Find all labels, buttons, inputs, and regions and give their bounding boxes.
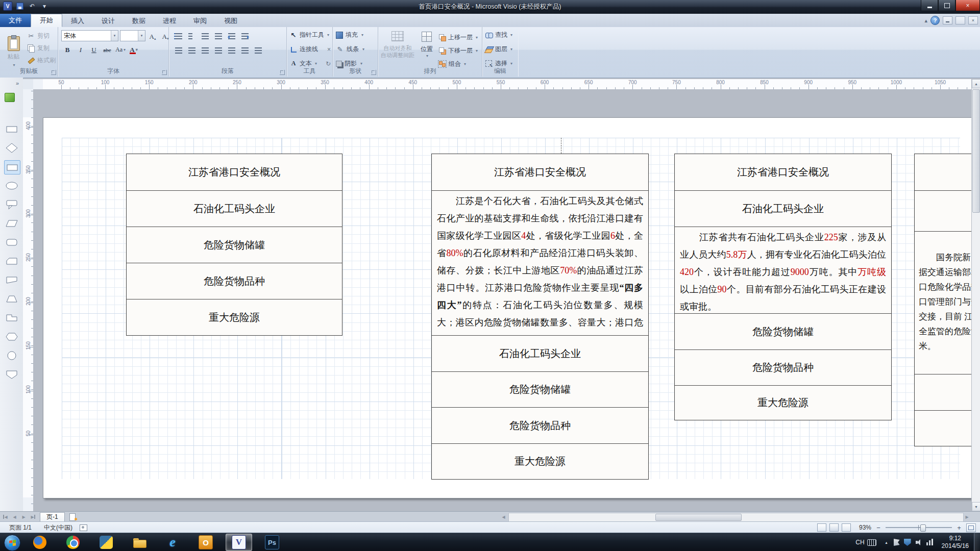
connector-tool-button[interactable]: 连接线 × xyxy=(289,45,331,54)
font-family-dropdown-arrow[interactable]: ▾ xyxy=(111,31,118,41)
shape-cell[interactable]: 江苏省港口安全概况 xyxy=(127,154,342,190)
align-right-icon[interactable] xyxy=(200,45,211,56)
stencil-shape-shield[interactable] xyxy=(4,368,19,381)
rotate-tool-button[interactable]: ↻ xyxy=(326,60,331,67)
keyboard-icon[interactable] xyxy=(867,539,876,546)
text-block[interactable]: 江苏是个石化大省，石油化工码头及其仓储式石化产业的基础支撑和生命线，依托沿江港口… xyxy=(432,190,648,335)
send-backward-button[interactable]: 下移一层▾ xyxy=(438,44,478,57)
last-page-button[interactable]: ▶ xyxy=(29,513,37,521)
shape-cell[interactable]: 危险货物储罐 xyxy=(675,313,891,349)
text-direction-right-icon[interactable] xyxy=(239,31,251,41)
fill-button[interactable]: 填充▾ xyxy=(336,31,363,39)
stencil-shape-callout[interactable] xyxy=(4,198,19,211)
zoom-out-button[interactable]: − xyxy=(874,523,883,532)
vertical-scroll-thumb[interactable] xyxy=(972,89,980,213)
zoom-in-button[interactable]: + xyxy=(955,523,963,532)
zoom-level[interactable]: 93% xyxy=(854,524,871,531)
hscroll-left-button[interactable]: ◀ xyxy=(499,513,508,521)
font-size-dropdown-arrow[interactable]: ▾ xyxy=(138,31,145,41)
shape-cell[interactable]: 危险货物品种 xyxy=(432,407,648,443)
vertical-scrollbar[interactable]: ▲ ▼ xyxy=(971,79,980,511)
shape-cell[interactable]: 危险货物品种 xyxy=(675,349,891,385)
help-button[interactable]: ? xyxy=(930,16,940,25)
strikethrough-button[interactable]: abc xyxy=(101,44,113,56)
maximize-button[interactable] xyxy=(938,0,955,11)
expand-shapes-panel-button[interactable]: » xyxy=(13,79,21,87)
format-painter-button[interactable]: 格式刷 xyxy=(26,54,57,66)
ribbon-tab-home[interactable]: 开始 xyxy=(31,14,62,27)
shape-cell[interactable]: 江苏省港口安全概况 xyxy=(432,154,648,190)
macro-record-button[interactable] xyxy=(80,524,87,531)
stencil-shape-slant-rectangle[interactable] xyxy=(4,273,19,287)
stencil-shape-parallelogram[interactable] xyxy=(4,217,19,230)
horizontal-scrollbar[interactable] xyxy=(508,513,964,522)
align-middle-icon[interactable] xyxy=(239,45,251,56)
bullet-list-icon[interactable] xyxy=(173,31,184,41)
show-desktop-button[interactable] xyxy=(974,533,980,551)
fit-page-to-window-button[interactable] xyxy=(966,523,976,532)
shape-cell[interactable]: 危险货物储罐 xyxy=(432,371,648,407)
view-fullscreen-button[interactable] xyxy=(842,523,851,532)
hidden-icons-button[interactable]: ▴ xyxy=(881,540,892,545)
action-center-icon[interactable] xyxy=(894,539,900,546)
stencil-shape-rectangle[interactable] xyxy=(4,122,19,136)
taskbar-app-python[interactable] xyxy=(93,534,119,551)
shape-cell[interactable]: 石油化工码头企业 xyxy=(127,190,342,227)
taskbar-app-outlook[interactable]: O xyxy=(192,534,219,551)
shape-cell[interactable] xyxy=(915,374,972,410)
ribbon-tab-view[interactable]: 视图 xyxy=(215,14,246,27)
stencil-shape-tab[interactable] xyxy=(4,311,19,324)
bold-button[interactable]: B xyxy=(61,44,74,56)
align-center-icon[interactable] xyxy=(186,45,198,56)
taskbar-app-chrome[interactable] xyxy=(60,534,86,551)
drawing-page[interactable]: 江苏省港口安全概况石油化工码头企业危险货物储罐危险货物品种重大危险源江苏省港口安… xyxy=(43,117,972,498)
ribbon-tab-data[interactable]: 数据 xyxy=(124,14,154,27)
taskbar-app-firefox[interactable] xyxy=(27,534,53,551)
ribbon-tab-review[interactable]: 审阅 xyxy=(185,14,215,27)
ribbon-tab-design[interactable]: 设计 xyxy=(93,14,124,27)
align-top-icon[interactable] xyxy=(226,45,237,56)
shape-cell[interactable]: 石油化工码头企业 xyxy=(432,335,648,371)
ribbon-tab-file[interactable]: 文件 xyxy=(0,14,31,27)
first-page-button[interactable]: ◀ xyxy=(1,513,10,521)
underline-button[interactable]: U xyxy=(88,44,100,56)
horizontal-scroll-thumb[interactable] xyxy=(655,514,742,521)
character-spacing-button[interactable]: Aa▾ xyxy=(114,44,127,56)
cut-button[interactable]: ✂剪切 xyxy=(26,30,57,42)
scroll-down-button[interactable]: ▼ xyxy=(972,502,980,511)
increase-indent-icon[interactable] xyxy=(200,31,211,41)
security-icon[interactable] xyxy=(904,539,911,546)
shape-cell[interactable]: 重大危险源 xyxy=(127,299,342,335)
hscroll-right-button[interactable]: ▶ xyxy=(963,513,971,521)
minimize-button[interactable] xyxy=(921,0,938,11)
shape-cell[interactable]: 重大危险源 xyxy=(432,443,648,479)
stencil-shape-rectangle-selected[interactable] xyxy=(4,160,20,174)
line-button[interactable]: ✎线条▾ xyxy=(336,45,364,54)
page-indicator[interactable]: 页面 1/1 xyxy=(6,523,35,532)
stencil-shape-trapezoid[interactable] xyxy=(4,292,19,306)
scroll-up-button[interactable]: ▲ xyxy=(972,79,980,88)
close-button[interactable]: × xyxy=(955,0,980,11)
taskbar-app-folder[interactable] xyxy=(126,534,153,551)
grow-font-button[interactable]: A▴ xyxy=(147,31,158,41)
volume-icon[interactable] xyxy=(915,539,922,546)
stencil-shape-card[interactable] xyxy=(4,255,19,268)
font-color-button[interactable]: A▾ xyxy=(128,44,140,56)
paragraph-dialog-launcher[interactable] xyxy=(280,70,285,75)
shape-cell[interactable]: 危险货物品种 xyxy=(127,263,342,299)
clipboard-dialog-launcher[interactable] xyxy=(51,70,56,75)
language-bar[interactable]: CH xyxy=(853,539,867,546)
stencil-shape-rounded-rectangle[interactable] xyxy=(4,236,19,249)
taskbar-app-photoshop[interactable]: Ps xyxy=(259,534,285,551)
shape-cell[interactable] xyxy=(915,154,972,190)
pointer-tool-button[interactable]: ↖ 指针工具▾ xyxy=(289,31,331,39)
text-block-clipped[interactable]: 国务院新《据交通运输部和口危险化学品安口管理部门与安交接，目前 江苏全监管的危险… xyxy=(915,231,972,374)
justify-icon[interactable] xyxy=(213,45,224,56)
stencil-shape-ellipse[interactable] xyxy=(4,179,19,192)
doc-restore-button[interactable] xyxy=(955,16,965,24)
text-direction-left-icon[interactable] xyxy=(226,31,237,41)
find-button[interactable]: 查找▾ xyxy=(485,31,512,39)
clock[interactable]: 9:12 2014/5/16 xyxy=(936,535,974,550)
doc-minimize-button[interactable] xyxy=(943,16,952,24)
stencil-shape-diamond[interactable] xyxy=(4,141,19,155)
